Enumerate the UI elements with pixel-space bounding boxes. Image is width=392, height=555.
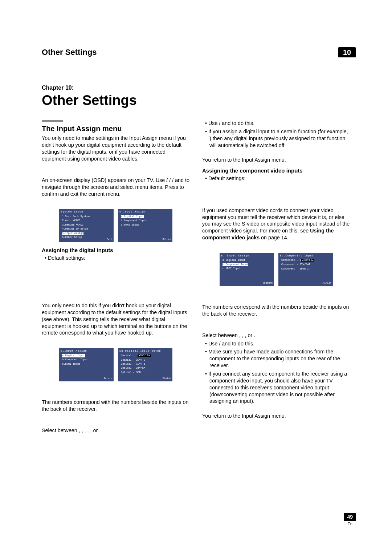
body-text: Select between , , , or . bbox=[202, 332, 350, 339]
placeholder-step bbox=[202, 243, 350, 249]
osd-item: b.Component Input bbox=[119, 219, 171, 223]
osd-title: 5.Input Assign bbox=[61, 349, 112, 353]
body-text: You return to the Input Assign menu. bbox=[202, 413, 350, 420]
bullet-item: If you connect any source component to t… bbox=[202, 370, 350, 405]
osd-row: Optical - 1DVR 1 bbox=[119, 362, 171, 366]
placeholder-step bbox=[202, 150, 350, 157]
placeholder-step bbox=[42, 338, 190, 344]
placeholder-step bbox=[202, 406, 350, 413]
osd-screenshot-pair: 5.Input Assign a.Digital Input b.Compone… bbox=[42, 348, 190, 381]
page-header: Other Settings 10 bbox=[42, 47, 356, 57]
sub-heading: Assigning the component video inputs bbox=[202, 167, 350, 174]
osd-item: 1.Surr Back System bbox=[61, 215, 112, 219]
osd-item: a.Digital Input bbox=[119, 215, 171, 219]
bullet-item: Default settings: bbox=[202, 175, 350, 182]
osd-input-assign: 5. Input Assign a.Digital Input b.Compon… bbox=[220, 253, 274, 286]
osd-item: c.HDMI Input bbox=[61, 362, 112, 366]
osd-footer: : Exit bbox=[104, 238, 112, 242]
osd-footer: :Finish bbox=[322, 282, 331, 285]
placeholder-step bbox=[202, 319, 350, 325]
placeholder-step bbox=[202, 291, 350, 297]
osd-footer: :Return bbox=[263, 282, 273, 285]
osd-row: Optical - 3CD bbox=[119, 370, 171, 374]
right-column: Use / and to do this. If you assign a di… bbox=[202, 120, 350, 436]
bullet-item: If you assign a digital input to a certa… bbox=[202, 128, 350, 149]
defaults-list: xxxxx bbox=[42, 263, 190, 302]
osd-footer: :Return bbox=[102, 377, 112, 381]
section-rule bbox=[42, 120, 63, 122]
osd-input-assign: 5.Input Assign a.Digital Input b.Compone… bbox=[59, 348, 114, 381]
osd-row: Optical - 2TV/SAT bbox=[119, 366, 171, 370]
body-text: If you used component video cords to con… bbox=[202, 207, 350, 241]
osd-item: 3.Manual MCACC bbox=[61, 223, 112, 227]
osd-item: c.HDMI Input bbox=[221, 267, 273, 271]
placeholder-step bbox=[42, 164, 190, 170]
osd-title: 5b.Component Input bbox=[280, 254, 331, 258]
osd-footer: :Return bbox=[161, 238, 171, 242]
osd-item: a.Digital Input bbox=[61, 354, 112, 358]
chapter-label: Chapter 10: bbox=[42, 85, 356, 91]
body-text: Select between , , , , , or . bbox=[42, 427, 190, 434]
placeholder-step bbox=[42, 414, 190, 421]
body-text: The numbers correspond with the numbers … bbox=[42, 399, 190, 413]
osd-component-input: 5b.Component Input Component - 1DVD/LD C… bbox=[278, 253, 333, 286]
osd-row: Component - 3DVR 1 bbox=[280, 267, 331, 271]
osd-system-setup: System Setup 1.Surr Back System 2.Auto M… bbox=[59, 209, 114, 242]
placeholder-step bbox=[42, 392, 190, 399]
placeholder-step bbox=[42, 170, 190, 177]
osd-row: Coaxial - 1DVD/LD bbox=[119, 354, 171, 358]
osd-row: Component - 2TV/SAT bbox=[280, 263, 331, 267]
placeholder-step bbox=[42, 386, 190, 392]
placeholder-step bbox=[202, 297, 350, 304]
body-text: You only need to do this if you didn't h… bbox=[42, 302, 190, 336]
placeholder-step bbox=[42, 421, 190, 427]
body-text: You return to the Input Assign menu. bbox=[202, 157, 350, 163]
chapter-title: Other Settings bbox=[42, 93, 356, 108]
osd-screenshot-pair: 5. Input Assign a.Digital Input b.Compon… bbox=[202, 253, 350, 286]
body-text: The numbers correspond with the numbers … bbox=[202, 304, 350, 317]
bullet-item: Use / and to do this. bbox=[202, 120, 350, 127]
osd-digital-input-setup: 5a.Digital Input Setup Coaxial - 1DVD/LD… bbox=[118, 348, 172, 381]
osd-row: Coaxial - 2DVR 2 bbox=[119, 358, 171, 362]
osd-item: b.Component Input bbox=[61, 358, 112, 362]
bullet-item: Default settings: bbox=[42, 255, 190, 262]
page-content: Other Settings 10 Chapter 10: Other Sett… bbox=[0, 0, 392, 457]
osd-row: Component - 1DVD/LD bbox=[280, 258, 331, 263]
body-text: An on-screen display (OSD) appears on yo… bbox=[42, 177, 190, 198]
osd-item: 5.Input Assign bbox=[61, 231, 112, 235]
bullet-item: Make sure you have made audio connection… bbox=[202, 348, 350, 369]
osd-title: 5.Input Assign bbox=[119, 210, 171, 214]
page-number: 49 bbox=[344, 513, 356, 521]
osd-item: 2.Auto MCACC bbox=[61, 219, 112, 223]
body-text: You only need to make settings in the In… bbox=[42, 135, 190, 162]
page-footer: 49 En bbox=[344, 513, 356, 526]
placeholder-step bbox=[202, 325, 350, 332]
left-column: The Input Assign menu You only need to m… bbox=[42, 120, 190, 436]
page-language: En bbox=[344, 522, 356, 526]
two-column-layout: The Input Assign menu You only need to m… bbox=[42, 120, 356, 436]
osd-title: 5a.Digital Input Setup bbox=[119, 349, 171, 353]
osd-item: b.Component Input bbox=[221, 263, 273, 267]
osd-title: 5. Input Assign bbox=[221, 254, 273, 258]
osd-item: a.Digital Input bbox=[221, 258, 273, 262]
section-heading: The Input Assign menu bbox=[42, 124, 190, 133]
osd-input-assign: 5.Input Assign a.Digital Input b.Compone… bbox=[118, 209, 172, 242]
bullet-item: Use / and to do this. bbox=[202, 340, 350, 347]
chapter-chip: 10 bbox=[338, 47, 356, 57]
sub-heading: Assigning the digital inputs bbox=[42, 247, 190, 254]
osd-footer: :Finish bbox=[161, 377, 171, 381]
header-title: Other Settings bbox=[42, 48, 97, 57]
osd-title: System Setup bbox=[61, 210, 112, 214]
osd-item: c.HDMI Input bbox=[119, 223, 171, 227]
placeholder-step bbox=[42, 199, 190, 205]
osd-item: 4.Manual SP Setup bbox=[61, 227, 112, 231]
defaults-list: x – xx – xx – x bbox=[202, 183, 350, 207]
osd-screenshot-pair: System Setup 1.Surr Back System 2.Auto M… bbox=[42, 209, 190, 242]
